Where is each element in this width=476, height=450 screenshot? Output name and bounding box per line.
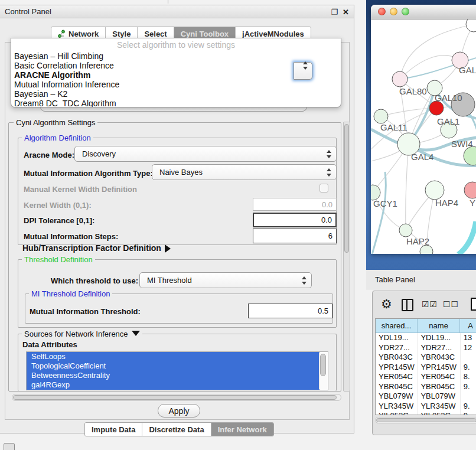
screen: Control Panel ❐ ✕ NetworkStyleSelectCyni… xyxy=(0,0,476,450)
deselect-all-checkboxes-icon[interactable]: ☐☐ xyxy=(443,299,459,309)
manual-kernel-label: Manual Kernel Width Definition xyxy=(24,185,137,194)
node-label: Y xyxy=(470,198,475,208)
column-header[interactable]: shared... xyxy=(376,319,418,332)
table-cell: YBL079W xyxy=(418,392,460,402)
minimized-panel-icon[interactable] xyxy=(4,443,15,450)
network-node[interactable] xyxy=(464,146,476,165)
table-row[interactable]: YBR045CYBR045C9. xyxy=(376,382,476,392)
table-panel-toolbar: ⚙ ☑☑ ☐☐ xyxy=(373,297,476,315)
stepper-arrows-icon xyxy=(326,150,331,158)
which-threshold-combobox[interactable]: MI Threshold xyxy=(139,272,312,288)
collapsed-arrow-icon xyxy=(165,244,171,253)
node-label: GAL7 xyxy=(459,65,476,75)
network-canvas[interactable]: GAL7GAL80GAL10GAL1GAL11SWI4GAL4GCY1HAP4Y… xyxy=(371,19,476,254)
data-attributes-list[interactable]: SelfLoopsTopologicalCoefficientBetweenne… xyxy=(26,351,328,390)
network-node[interactable] xyxy=(420,245,433,254)
tab-discretize-data[interactable]: Discretize Data xyxy=(142,423,211,436)
column-view-icon[interactable] xyxy=(402,299,413,311)
node-label: GCY1 xyxy=(373,198,397,208)
document-icon[interactable] xyxy=(471,298,476,311)
algorithm-option[interactable]: Mutual Information Inference xyxy=(11,80,341,89)
table-row[interactable]: YDL19...YDL19...13 xyxy=(376,333,476,343)
network-view-window[interactable]: GAL7GAL80GAL10GAL1GAL11SWI4GAL4GCY1HAP4Y… xyxy=(371,5,476,254)
network-node[interactable] xyxy=(466,19,476,32)
mi-threshold-field[interactable]: 0.5 xyxy=(248,304,332,318)
node-label: HAP2 xyxy=(406,236,429,246)
table-hscroll-thumb[interactable] xyxy=(376,418,476,422)
sources-group-title[interactable]: Sources for Network Inference xyxy=(22,330,142,338)
mi-type-combobox[interactable]: Naive Bayes xyxy=(152,164,337,180)
network-node[interactable] xyxy=(464,182,476,198)
cyni-algorithm-settings-title: Cyni Algorithm Settings xyxy=(14,118,97,127)
float-window-icon[interactable]: ❐ xyxy=(331,8,338,16)
table-horizontal-scrollbar[interactable] xyxy=(375,417,476,423)
algorithm-dropdown-list: Bayesian – Hill ClimbingBasic Correlatio… xyxy=(11,51,341,107)
table-row[interactable]: YBR043CYBR043C xyxy=(376,353,476,363)
attributes-scrollbar[interactable] xyxy=(319,353,327,389)
network-node[interactable] xyxy=(425,181,444,200)
attribute-list-item[interactable]: SelfLoops xyxy=(27,352,319,361)
table-row[interactable]: YDR27...YDR27...12 xyxy=(376,343,476,353)
aracne-mode-combobox[interactable]: Discovery xyxy=(74,146,337,162)
top-divider xyxy=(168,0,168,4)
algorithm-combobox-fragment[interactable] xyxy=(294,62,312,80)
attribute-list-item[interactable]: gal4RGexp xyxy=(27,380,319,390)
table-row[interactable]: YPR145WYPR145W9. xyxy=(376,363,476,373)
column-header[interactable]: name xyxy=(418,319,460,332)
close-panel-icon[interactable]: ✕ xyxy=(343,8,349,16)
attributes-scrollbar-thumb[interactable] xyxy=(320,354,326,376)
table-row[interactable]: YIL052CYIL052C9. xyxy=(376,411,476,415)
dpi-tolerance-field[interactable]: 0.0 xyxy=(253,213,337,227)
table-row[interactable]: YER054CYER054C8. xyxy=(376,372,476,382)
column-header[interactable]: A xyxy=(460,319,476,332)
gear-icon[interactable]: ⚙ xyxy=(381,297,392,311)
network-node[interactable] xyxy=(399,224,412,237)
algorithm-option[interactable]: Basic Correlation Inference xyxy=(11,61,341,70)
table-row[interactable]: YBL079WYBL079W xyxy=(376,392,476,402)
table-header-row: shared...nameA xyxy=(376,319,476,333)
tab-label: Infer Network xyxy=(218,425,267,434)
node-table[interactable]: shared...nameA YDL19...YDL19...13YDR27..… xyxy=(375,318,476,415)
zoom-traffic-light-icon[interactable] xyxy=(402,8,409,15)
algorithm-option[interactable]: Dream8 DC_TDC Algorithm xyxy=(11,99,341,107)
table-cell: 9. xyxy=(461,402,476,412)
apply-button[interactable]: Apply xyxy=(158,404,200,418)
settings-hscroll-thumb[interactable] xyxy=(13,395,337,400)
tab-impute-data[interactable]: Impute Data xyxy=(85,423,142,436)
algorithm-definition-title: Algorithm Definition xyxy=(22,133,93,142)
mi-steps-field[interactable]: 6 xyxy=(253,229,337,243)
settings-horizontal-scrollbar[interactable] xyxy=(12,394,341,401)
algorithm-option[interactable]: Bayesian – Hill Climbing xyxy=(11,51,341,61)
network-node[interactable] xyxy=(429,101,444,115)
tab-infer-network[interactable]: Infer Network xyxy=(211,423,273,436)
hub-definition-toggle[interactable]: Hub/Transcription Factor Definition xyxy=(22,243,171,253)
attribute-list-item[interactable]: BetweennessCentrality xyxy=(27,371,319,380)
network-node[interactable] xyxy=(392,71,407,87)
threshold-definition-title: Threshold Definition xyxy=(22,255,95,264)
table-cell: YPR145W xyxy=(418,363,460,373)
network-node[interactable] xyxy=(374,109,388,123)
algorithm-option[interactable]: ARACNE Algorithm xyxy=(11,70,341,80)
algorithm-option[interactable]: Bayesian – K2 xyxy=(11,89,341,99)
data-attributes-items: SelfLoopsTopologicalCoefficientBetweenne… xyxy=(27,352,328,390)
mi-threshold-group-title: MI Threshold Definition xyxy=(29,289,112,298)
stepper-arrows-icon xyxy=(326,168,331,177)
minimize-traffic-light-icon[interactable] xyxy=(390,8,397,15)
table-cell: 13 xyxy=(461,333,476,343)
manual-kernel-checkbox[interactable] xyxy=(319,184,328,193)
kernel-width-field[interactable]: 0.0 xyxy=(253,198,337,211)
attribute-list-item[interactable]: TopologicalCoefficient xyxy=(27,361,319,371)
table-cell: YBR045C xyxy=(376,382,418,392)
settings-vscroll-thumb[interactable] xyxy=(344,124,349,253)
hub-definition-label: Hub/Transcription Factor Definition xyxy=(22,243,161,253)
close-traffic-light-icon[interactable] xyxy=(378,8,386,15)
settings-vertical-scrollbar[interactable] xyxy=(343,122,350,392)
table-cell: 8. xyxy=(461,372,476,382)
table-cell: 9. xyxy=(461,382,476,392)
mi-type-label: Mutual Information Algorithm Type: xyxy=(24,169,153,178)
table-row[interactable]: YLR345WYLR345W9. xyxy=(376,402,476,412)
select-all-checkboxes-icon[interactable]: ☑☑ xyxy=(422,299,438,309)
mi-threshold-label: Mutual Information Threshold: xyxy=(30,307,141,316)
expanded-arrow-icon xyxy=(132,331,140,336)
network-window-titlebar[interactable] xyxy=(371,5,476,19)
